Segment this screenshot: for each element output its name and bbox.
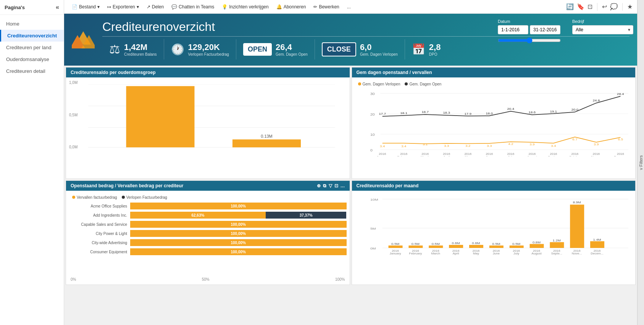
sidebar-item-crediteuren-detail[interactable]: Crediteuren detail (0, 65, 64, 77)
date-inputs (498, 25, 561, 34)
metric-dpo-label: DPO (429, 52, 441, 56)
chart-ouderdomsgroep: Crediteurensaldo per ouderdomsgroep 1,0M… (66, 67, 350, 179)
comment-icon[interactable]: 💭 (610, 3, 618, 10)
main-content: 📄 Bestand ▾ ↦ Exporteren ▾ ↗ Delen 💬 Cha… (64, 0, 637, 325)
date-slider[interactable] (498, 37, 561, 45)
chart-ouderdomsgroep-body: 1,0M 0,5M 0,0M 1.30M (66, 77, 350, 167)
svg-text:8.9M: 8.9M (573, 201, 581, 204)
svg-text:20.0: 20.0 (571, 108, 578, 111)
chevron-down-icon: ▾ (97, 4, 100, 10)
sidebar-item-crediteuren-per-land[interactable]: Crediteuren per land (0, 42, 64, 53)
svg-text:3.3: 3.3 (487, 144, 492, 148)
svg-text:20: 20 (370, 112, 375, 116)
svg-text:0.6M: 0.6M (472, 242, 480, 245)
chart2-legend: Gem. Dagen Verlopen Gem. Dagen Open (355, 80, 633, 88)
filter-icon[interactable]: ▽ (329, 183, 332, 188)
svg-text:3.4: 3.4 (551, 144, 556, 148)
maand-chart-area: 10M 5M 0M 0.5M 2016 (355, 194, 633, 278)
toolbar-delen[interactable]: ↗ Delen (144, 3, 167, 11)
chart-gem-dagen-header: Gem dagen openstaand / vervallen (352, 68, 636, 77)
svg-rect-10 (232, 140, 301, 148)
svg-text:1.2M: 1.2M (552, 239, 560, 242)
date-to-input[interactable] (530, 25, 560, 34)
toolbar-exporteren[interactable]: ↦ Exporteren ▾ (104, 3, 142, 11)
toolbar-inzichten[interactable]: 💡 Inzichten verkrijgen (219, 3, 271, 11)
crediteur-bar-dark-1: 37,37% (266, 212, 347, 219)
svg-rect-107 (550, 242, 564, 248)
svg-text:Decem...: Decem... (591, 252, 604, 255)
crediteur-bar-wrap-2: 100,00% (130, 221, 347, 228)
sidebar-item-ouderdomsanalyse[interactable]: Ouderdomsanalyse (0, 53, 64, 65)
edit-icon: ✏ (313, 4, 317, 10)
undo-icon[interactable]: ↩ (602, 3, 607, 10)
company-select[interactable]: Alle Capable Sales and Service City Powe… (572, 25, 633, 34)
svg-text:24.8: 24.8 (592, 99, 600, 102)
crediteur-name-1: Add Ingredients Inc. (69, 213, 130, 217)
crediteur-row-3: City Power & Light100,00% (69, 230, 347, 237)
expand-icon[interactable]: ⊡ (334, 183, 338, 188)
svg-text:28.4: 28.4 (617, 92, 624, 96)
svg-text:Nove...: Nove... (591, 155, 601, 156)
svg-rect-99 (509, 246, 523, 248)
sidebar-header: Pagina's « (0, 0, 64, 15)
metric-balans: ⚖ 1,42M Crediteuren Balans (102, 39, 164, 60)
svg-text:0.13M: 0.13M (261, 134, 272, 138)
svg-text:3.3: 3.3 (444, 144, 449, 148)
chart-crediteur-body: Vervallen factuurbedrag Verlopen Factuur… (66, 191, 350, 285)
toolbar-bestand-label: Bestand (79, 4, 96, 10)
close-badge: CLOSE (322, 42, 356, 56)
svg-rect-83 (429, 246, 443, 248)
toolbar-bestand[interactable]: 📄 Bestand ▾ (69, 3, 103, 11)
svg-text:30: 30 (370, 92, 375, 96)
metric-dpo: 📅 2,8 DPO (405, 39, 448, 60)
svg-text:May: May (473, 252, 479, 255)
sidebar-nav: Home Crediteurenoverzicht Crediteuren pe… (0, 15, 64, 325)
toolbar-bewerken[interactable]: ✏ Bewerken (310, 3, 342, 11)
svg-text:10: 10 (370, 133, 375, 137)
chart-crediteur-header: Openstaand bedrag / Vervallen bedrag per… (66, 181, 350, 191)
svg-text:10M: 10M (370, 198, 378, 201)
date-controls: Datum (498, 19, 561, 45)
svg-text:0.5M: 0.5M (411, 242, 419, 246)
calendar-icon: 📅 (412, 43, 425, 56)
svg-text:0.5M: 0.5M (492, 242, 500, 246)
pin-icon[interactable]: ⊕ (317, 183, 321, 188)
share-icon: ↗ (147, 4, 150, 10)
sidebar-item-home[interactable]: Home (0, 18, 64, 30)
star-icon[interactable]: ★ (627, 3, 633, 10)
metric-dpo-value: 2,8 (429, 42, 441, 52)
copy-icon[interactable]: ⧉ (323, 183, 326, 188)
sidebar-item-crediteurenoverzicht[interactable]: Crediteurenoverzicht (0, 30, 64, 42)
svg-text:Nove...: Nove... (571, 252, 582, 255)
svg-text:January: January (376, 155, 388, 156)
toolbar-more[interactable]: ... (344, 3, 354, 11)
sidebar: Pagina's « Home Crediteurenoverzicht Cre… (0, 0, 64, 325)
view-icon[interactable]: ⊡ (588, 3, 592, 10)
crediteur-bar-wrap-0: 100,00% (130, 203, 347, 209)
svg-text:18.7: 18.7 (421, 110, 429, 114)
crediteur-row-0: Acme Office Supplies100,00% (69, 203, 347, 209)
toolbar-exporteren-label: Exporteren (113, 4, 135, 10)
more-icon: ... (347, 4, 351, 10)
legend-vervallen: Vervallen factuurbedrag (72, 195, 117, 200)
toolbar-chatten[interactable]: 💬 Chatten in Teams (168, 3, 217, 11)
svg-rect-75 (388, 246, 402, 248)
sidebar-collapse-icon[interactable]: « (56, 4, 59, 11)
bookmark-icon[interactable]: 🔖 (577, 3, 584, 10)
toolbar-abonneren[interactable]: 🔔 Abonneren (273, 3, 309, 11)
crediteur-bar-orange-1: 62,63% (130, 212, 266, 219)
refresh-icon[interactable]: 🔄 (566, 3, 574, 10)
date-from-input[interactable] (498, 25, 528, 34)
chart3-legend: Vervallen factuurbedrag Verlopen Factuur… (69, 194, 347, 201)
y-axis: 1,0M 0,5M 0,0M (69, 80, 77, 149)
open-badge: OPEN (243, 43, 272, 56)
subscribe-icon: 🔔 (276, 4, 282, 10)
charts-grid: Crediteurensaldo per ouderdomsgroep 1,0M… (64, 66, 637, 286)
metric-close-label: Gem. Dagen Verlopen (360, 52, 398, 56)
metric-verlopen-label: Verlopen Factuurbedrag (188, 52, 229, 56)
svg-text:June: June (486, 155, 492, 156)
crediteur-chart-rows: Acme Office Supplies100,00%Add Ingredien… (69, 201, 347, 277)
filters-sidebar[interactable]: v Filters (637, 0, 644, 325)
more-chart-icon[interactable]: … (341, 183, 345, 188)
crediteur-bar-orange-4: 100,00% (130, 239, 347, 246)
